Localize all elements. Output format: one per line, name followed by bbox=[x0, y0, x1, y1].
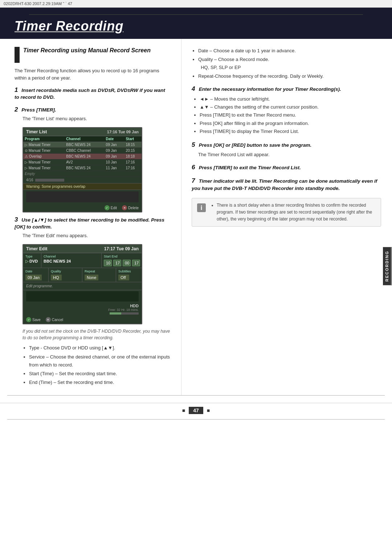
step-2-number: 2 bbox=[15, 106, 18, 113]
empty-label: Empty bbox=[23, 171, 142, 177]
list-item: End (Time) – Set the recording end time. bbox=[29, 378, 171, 386]
right-column: Date – Choose a date up to 1 year in adv… bbox=[181, 39, 392, 395]
intro-text: The Timer Recording function allows you … bbox=[15, 67, 171, 81]
list-item: Date – Choose a date up to 1 year in adv… bbox=[198, 47, 381, 55]
list-item: Press [TIMER] to display the Timer Recor… bbox=[200, 127, 381, 135]
repeat-cell: Repeat None bbox=[82, 268, 116, 282]
list-item: Repeat-Choose frequency of the recording… bbox=[198, 72, 381, 80]
step-6-heading: 6 Press [TIMER] to exit the Timer Record… bbox=[192, 164, 381, 171]
timer-list-table: Program Channel Date Start ▷ Manual Time… bbox=[23, 136, 142, 177]
row-program: ▷ Manual Timer bbox=[23, 165, 65, 171]
hdd-bar: HDD Free: 32 Hr. 18 mins. bbox=[108, 304, 139, 315]
channel-cell: Channel BBC NEWS 24 bbox=[41, 253, 102, 268]
storage-bar bbox=[35, 179, 64, 182]
page-num-left-dash: ■ bbox=[182, 408, 185, 413]
step-5-heading: 5 Press [OK] or [RED] button to save the… bbox=[192, 141, 381, 149]
edit-button[interactable]: ✓ Edit bbox=[105, 205, 117, 210]
timer-list-title: Timer List bbox=[26, 129, 47, 134]
page-title: Timer Recording bbox=[15, 19, 123, 33]
row-start: 20:15 bbox=[124, 148, 142, 154]
delete-icon: ✕ bbox=[122, 205, 127, 210]
timer-edit-row1: Type ▷ DVD Channel BBC NEWS 24 Start End… bbox=[23, 253, 142, 268]
step-6-text: Press [TIMER] to exit the Timer Record L… bbox=[199, 165, 301, 170]
left-bullet-list: Type - Choose DVD or HDD using [▲▼]. Ser… bbox=[29, 344, 171, 386]
screen-warning: Warning: Some programmes overlap bbox=[23, 183, 142, 190]
row-start: 17:16 bbox=[124, 165, 142, 171]
cancel-icon: ✕ bbox=[46, 317, 51, 322]
save-button[interactable]: ✓ Save bbox=[26, 317, 41, 322]
step-2-sub: The 'Timer List' menu appears. bbox=[23, 115, 171, 122]
info-box: i There is a short delay when a timer re… bbox=[192, 198, 381, 227]
page-number-section: ■ 47 ■ bbox=[0, 403, 392, 418]
quality-cell: Quality HQ bbox=[49, 268, 82, 282]
step-7-text: Timer indicator will be lit. Timer Recor… bbox=[192, 178, 377, 191]
step-7: 7 Timer indicator will be lit. Timer Rec… bbox=[192, 177, 381, 192]
list-item: There is a short delay when a timer reco… bbox=[217, 202, 376, 223]
bottom-divider2 bbox=[7, 419, 385, 420]
timer-edit-screen: Timer Edit 17:17 Tue 09 Jan Type ▷ DVD C… bbox=[23, 244, 142, 324]
step-7-number: 7 bbox=[192, 177, 195, 184]
time-box-2: 17 bbox=[113, 260, 121, 266]
edit-prog-label: Edit programme. bbox=[23, 282, 142, 290]
save-icon: ✓ bbox=[26, 317, 31, 322]
time-box-4: 17 bbox=[132, 260, 140, 266]
timer-edit-header: Timer Edit 17:17 Tue 09 Jan bbox=[23, 245, 142, 253]
list-item: Service – Choose the desired channel, or… bbox=[29, 353, 171, 369]
main-content: Timer Recording using Manual Record Scre… bbox=[0, 39, 392, 395]
subtitles-cell: Subtitles Off bbox=[116, 268, 142, 282]
timer-list-time: 17:16 Tue 09 Jan bbox=[107, 130, 139, 134]
cancel-label: Cancel bbox=[52, 318, 63, 322]
step-3-number: 3 bbox=[15, 216, 18, 223]
row-date: 11 Jan bbox=[105, 165, 124, 171]
timer-edit-row2: Date 09 Jan Quality HQ Repeat None Subti… bbox=[23, 268, 142, 282]
row-program: ⚠ Overlap bbox=[23, 154, 65, 159]
info-text: There is a short delay when a timer reco… bbox=[211, 202, 376, 223]
row-date: 09 Jan bbox=[105, 154, 124, 159]
step-5-sub: The Timer Record List will appear. bbox=[198, 151, 381, 158]
row-channel: BBC NEWS 24 bbox=[65, 165, 104, 171]
type-val: ▷ DVD bbox=[25, 259, 39, 264]
time-box-3: 00 bbox=[123, 260, 131, 266]
table-row: ⊙ Manual Timer CBBC Channel 09 Jan 20:15 bbox=[23, 148, 142, 154]
step-2-text: Press [TIMER]. bbox=[21, 107, 56, 113]
row-channel: BBC NEWS 24 bbox=[65, 154, 104, 159]
prog-area bbox=[26, 291, 139, 301]
bottom-divider bbox=[7, 395, 385, 396]
row-date: 09 Jan bbox=[105, 142, 124, 148]
hdd-bar-bg bbox=[110, 312, 139, 315]
table-row-empty: Empty bbox=[23, 171, 142, 177]
row-start: 18:18 bbox=[124, 154, 142, 159]
col-program: Program bbox=[23, 136, 65, 142]
left-column: Timer Recording using Manual Record Scre… bbox=[0, 39, 181, 395]
section-heading: Timer Recording using Manual Record Scre… bbox=[15, 47, 171, 63]
timer-edit-title: Timer Edit bbox=[26, 246, 47, 251]
row-program: ▷ Manual Timer bbox=[23, 159, 65, 165]
table-row: ▷ Manual Timer BBC NEWS 24 09 Jan 18:15 bbox=[23, 142, 142, 148]
col-start: Start bbox=[124, 136, 142, 142]
row-date: 10 Jan bbox=[105, 159, 124, 165]
list-item: Type - Choose DVD or HDD using [▲▼]. bbox=[29, 344, 171, 352]
step-4: 4 Enter the necessary information for yo… bbox=[192, 85, 381, 135]
step-5-number: 5 bbox=[192, 141, 195, 148]
step-6-number: 6 bbox=[192, 164, 195, 171]
step-1-number: 1 bbox=[15, 86, 18, 93]
list-item: Press [OK] after filling in all the prog… bbox=[200, 119, 381, 127]
section-heading-text: Timer Recording using Manual Record Scre… bbox=[23, 47, 151, 54]
delete-button[interactable]: ✕ Delete bbox=[122, 205, 139, 210]
row-start: 18:15 bbox=[124, 142, 142, 148]
subtitles-val: Off bbox=[118, 275, 129, 280]
edit-label: Edit bbox=[111, 206, 117, 210]
step-3-text: Use [▲/▼] to select the timer recording … bbox=[15, 217, 164, 230]
step-5: 5 Press [OK] or [RED] button to save the… bbox=[192, 141, 381, 158]
timer-list-screen: Timer List 17:16 Tue 09 Jan Program Chan… bbox=[23, 127, 142, 212]
recording-tab: RECORDING bbox=[383, 247, 392, 285]
row-start: 17:16 bbox=[124, 159, 142, 165]
page-num-line: ■ 47 ■ bbox=[0, 407, 392, 414]
hdd-free: Free: 32 Hr. 18 mins. bbox=[108, 308, 139, 312]
type-cell: Type ▷ DVD bbox=[23, 253, 41, 268]
file-info: 0202DRHT-630 2007.2.29:19AM ˜ ` 47 bbox=[4, 1, 72, 6]
type-label: Type bbox=[25, 255, 39, 258]
cancel-button[interactable]: ✕ Cancel bbox=[46, 317, 63, 322]
step-4-bullets: ◄► – Moves the cursor left/right. ▲▼ – C… bbox=[200, 95, 381, 135]
repeat-label: Repeat bbox=[85, 270, 114, 273]
